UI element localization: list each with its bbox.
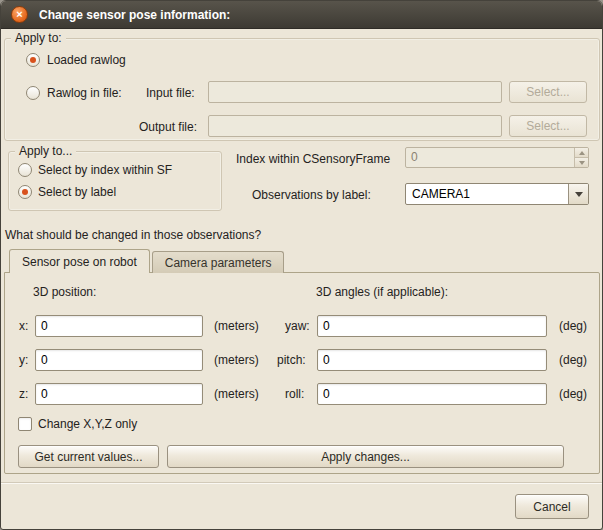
input-file-field[interactable] [208,81,502,103]
radio-loaded-rawlog[interactable] [26,53,40,67]
question-text: What should be changed in those observat… [5,228,261,242]
input-file-select-button[interactable]: Select... [509,81,587,103]
angles-header: 3D angles (if applicable): [316,285,448,299]
observations-combobox[interactable]: CAMERA1 [405,183,589,205]
pitch-unit-label: (deg) [559,353,587,367]
dialog-window: × Change sensor pose information: Apply … [0,0,603,530]
radio-rawlog-in-file[interactable] [26,86,40,100]
pitch-input[interactable] [317,349,547,371]
index-spinner-buttons [574,148,588,167]
spin-up-button[interactable] [575,148,588,157]
roll-unit-label: (deg) [559,387,587,401]
y-label: y: [19,353,28,367]
spin-down-button[interactable] [575,157,588,167]
output-file-field[interactable] [208,115,502,137]
observations-combobox-value: CAMERA1 [406,184,568,204]
close-icon: × [16,9,22,20]
yaw-input[interactable] [317,315,547,337]
apply-to-legend: Apply to: [11,31,66,45]
observations-by-label-label: Observations by label: [252,188,371,202]
x-input[interactable] [35,315,203,337]
output-file-label: Output file: [139,120,197,134]
select-by-label-label: Select by label [38,185,116,199]
output-file-select-button[interactable]: Select... [509,115,587,137]
radio-select-by-index[interactable] [18,163,32,177]
footer-separator-highlight [1,483,603,484]
spin-up-icon [579,151,585,155]
selection-mode-legend: Apply to... [15,144,76,158]
position-header: 3D position: [33,285,96,299]
rawlog-in-file-label: Rawlog in file: [47,86,122,100]
x-label: x: [19,319,28,333]
select-by-index-label: Select by index within SF [38,163,172,177]
y-unit-label: (meters) [214,353,259,367]
titlebar[interactable]: × Change sensor pose information: [1,1,602,29]
tab-bar: Sensor pose on robot Camera parameters [9,249,286,273]
loaded-rawlog-label: Loaded rawlog [47,53,126,67]
change-xyz-only-checkbox[interactable] [18,417,32,431]
yaw-unit-label: (deg) [559,319,587,333]
y-input[interactable] [35,349,203,371]
pitch-label: pitch: [277,353,306,367]
index-spinner-value: 0 [406,148,574,167]
yaw-label: yaw: [285,319,310,333]
combobox-dropdown-button[interactable] [568,184,588,204]
index-spinner[interactable]: 0 [405,147,589,168]
cancel-button[interactable]: Cancel [515,494,589,519]
close-button[interactable]: × [11,6,28,23]
apply-changes-button[interactable]: Apply changes... [167,445,564,468]
x-unit-label: (meters) [214,319,259,333]
spin-down-icon [579,161,585,165]
get-current-values-button[interactable]: Get current values... [18,445,159,468]
z-input[interactable] [35,383,203,405]
sensor-pose-panel: 3D position: 3D angles (if applicable): … [4,272,600,474]
radio-select-by-label[interactable] [18,185,32,199]
tab-camera-parameters[interactable]: Camera parameters [152,251,285,273]
window-title: Change sensor pose information: [39,8,230,22]
index-within-csf-label: Index within CSensoryFrame [236,152,390,166]
change-xyz-only-label: Change X,Y,Z only [38,417,137,431]
input-file-label: Input file: [146,86,195,100]
roll-input[interactable] [317,383,547,405]
chevron-down-icon [575,192,583,197]
roll-label: roll: [285,387,304,401]
selection-mode-group: Apply to... [8,151,222,211]
tab-sensor-pose[interactable]: Sensor pose on robot [9,249,150,273]
z-label: z: [19,387,28,401]
z-unit-label: (meters) [214,387,259,401]
